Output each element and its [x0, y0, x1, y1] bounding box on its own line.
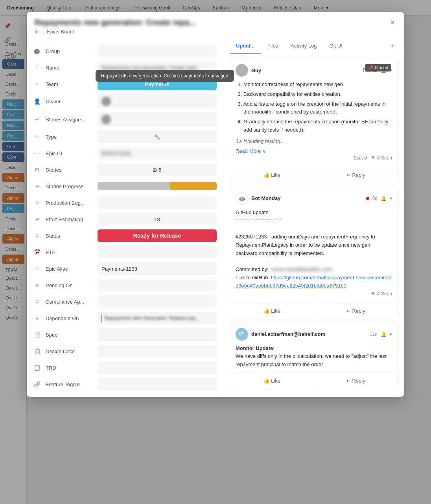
pending-on-label: Pending On [46, 282, 93, 288]
comment-3-reply-button[interactable]: ↩ Reply [314, 374, 398, 388]
comment-1-stats: Edited 👁 8 Seen [236, 154, 392, 163]
status-value[interactable]: Ready for Release [98, 229, 217, 242]
epic-id-icon: — [33, 150, 41, 156]
design-docs-value[interactable] [98, 345, 217, 357]
effort-label: Effort Estimation [46, 216, 93, 222]
eta-label: ETA [46, 249, 93, 255]
github-update-label: GitHub update: [236, 209, 392, 217]
committed-by-label: Committed by: some.user@behalfinc.com [236, 266, 392, 274]
field-team: ≡ Team Payments [27, 76, 223, 92]
compliance-value[interactable] [98, 295, 217, 308]
dependent-on-label: Dependent On [46, 315, 93, 321]
group-label: Group [46, 48, 93, 54]
tabs-bar: Updat... Files Activity Log Git UI + [223, 38, 404, 54]
spec-value[interactable] [98, 328, 217, 341]
comment-3-timestamp: 11d [370, 332, 378, 337]
team-value[interactable]: Payments [98, 78, 217, 90]
tab-add-button[interactable]: + [387, 39, 398, 53]
trd-label: TRD [46, 365, 93, 371]
tab-git-ui[interactable]: Git UI [323, 38, 349, 54]
epic-alias-value[interactable]: Payments-1233 [98, 262, 217, 275]
field-dependent-on: ↳ Dependent On Repayments New Generation… [27, 310, 223, 326]
tab-files[interactable]: Files [261, 38, 284, 54]
comment-3-dropdown-icon[interactable]: ▾ [390, 332, 392, 337]
field-type: fx Type 🔧 [27, 128, 223, 145]
effort-icon: ↩ [33, 217, 41, 222]
field-name: T Name Repayments new generation: Create… [27, 59, 223, 76]
comment-1-like-button[interactable]: 👍 Like [230, 168, 314, 182]
trd-value[interactable] [98, 361, 217, 374]
field-stories: ⊞ Stories ⊞ 5 [27, 161, 223, 178]
comment-2-body: 🤖 Bot Monday 6d 🔔 ▾ GitHub up [230, 187, 398, 304]
comment-3-content: Monitor Update: We have diffs only in th… [236, 345, 392, 369]
modal-body: ⬤ Group T Name Repayments new generation… [27, 38, 404, 397]
owner-value[interactable] [98, 94, 217, 108]
dependent-value-container: Repayments New Generation: Replace pay..… [101, 314, 199, 322]
tab-activity-log[interactable]: Activity Log [284, 38, 323, 54]
status-label: Status [46, 233, 93, 239]
comment-3-header: DS daniel.scharfman@behalf.com 11d 🔔 ▾ [236, 328, 392, 341]
field-effort-estimation: ↩ Effort Estimation 18 [27, 211, 223, 227]
comment-1-read-more[interactable]: Read More ∨ [236, 148, 266, 154]
committed-by-value: some.user@behalfinc.com [271, 266, 332, 272]
comment-3-meta: 11d 🔔 ▾ [370, 332, 392, 337]
production-bugs-icon: ≡ [33, 200, 41, 206]
comment-1-list-item-4: Gradually release the repayments creatio… [243, 118, 392, 134]
tab-updates[interactable]: Updat... [230, 38, 261, 54]
comment-3-notification-icon[interactable]: 🔔 [381, 332, 387, 337]
comment-3-actions: 👍 Like ↩ Reply [230, 374, 398, 388]
comment-3-like-button[interactable]: 👍 Like [230, 374, 314, 388]
online-indicator [366, 197, 369, 200]
name-icon: T [33, 65, 41, 70]
comment-1-content: Monitor correctness of repayments new ge… [236, 81, 392, 146]
breadcrumb-in: in [35, 29, 39, 35]
comment-1-list-item-3: Add a feature toggle on the creation of … [243, 100, 392, 117]
comment-2-reply-button[interactable]: ↩ Reply [314, 304, 398, 318]
stories-progress-value[interactable] [98, 180, 217, 192]
field-epic-alias: fx Epic Alias Payments-1233 [27, 260, 223, 277]
type-label: Type [46, 134, 93, 140]
effort-value[interactable]: 18 [98, 213, 217, 225]
field-spec: 📄 Spec [27, 326, 223, 343]
team-label: Team [46, 81, 93, 87]
stories-assignee-value[interactable] [98, 112, 217, 126]
spec-label: Spec [46, 332, 93, 338]
dependent-on-value[interactable]: Repayments New Generation: Replace pay..… [98, 312, 217, 324]
dep-bar-indicator [101, 314, 102, 322]
field-design-docs: 📋 Design Docs [27, 343, 223, 359]
comment-2-author: Bot Monday [251, 195, 280, 201]
pending-on-value[interactable] [98, 279, 217, 291]
comment-2-dropdown-icon[interactable]: ▾ [390, 196, 392, 201]
comment-2: 🤖 Bot Monday 6d 🔔 ▾ GitHub up [230, 187, 398, 318]
comment-3-body: DS daniel.scharfman@behalf.com 11d 🔔 ▾ [230, 323, 398, 374]
group-value[interactable] [98, 45, 217, 57]
breadcrumb-arrow: → [40, 29, 45, 35]
epic-alias-label: Epic Alias [46, 266, 93, 272]
epic-alias-icon: fx [33, 266, 41, 271]
feature-toggle-value[interactable] [98, 378, 217, 390]
comment-1-list-item-1: Monitor correctness of repayments new ge… [243, 81, 392, 89]
comment-1-list: Monitor correctness of repayments new ge… [236, 81, 392, 134]
stories-assignee-icon: ↩ [33, 117, 41, 122]
modal-close-button[interactable]: × [387, 17, 398, 28]
comment-2-seen: 👁 4 Seen [371, 291, 392, 297]
eta-value[interactable] [98, 246, 217, 258]
team-icon: ≡ [33, 81, 41, 87]
comment-1: 📌 Pinned Guy Feb 22 🔔 ▾ [230, 59, 398, 182]
comment-2-like-button[interactable]: 👍 Like [230, 304, 314, 318]
comment-2-content: GitHub update: ============== #232607123… [236, 209, 392, 290]
type-icon: fx [33, 134, 41, 139]
production-bugs-value[interactable] [98, 196, 217, 209]
comment-2-notification-icon[interactable]: 🔔 [381, 196, 387, 201]
type-value[interactable]: 🔧 [98, 130, 217, 143]
stories-assignee-label: Stories Assigne... [46, 117, 93, 123]
epic-id-value[interactable]: EPIC#71233 [98, 147, 217, 159]
comment-1-reply-button[interactable]: ↩ Reply [314, 168, 398, 182]
stories-label: Stories [46, 167, 93, 173]
feature-toggle-icon: 🔗 [33, 381, 41, 387]
field-eta: 📅 ETA [27, 244, 223, 260]
stories-value[interactable]: ⊞ 5 [98, 163, 217, 176]
name-value[interactable]: Repayments new generation: Create repa..… [98, 61, 217, 74]
comment-1-edited: Edited [354, 155, 367, 161]
modal-title: Repayments new generation: Create repa..… [35, 18, 396, 27]
